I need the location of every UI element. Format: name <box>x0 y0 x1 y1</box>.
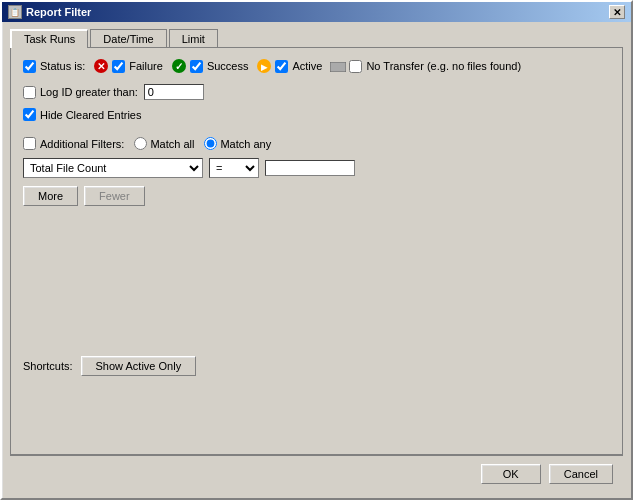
ok-button[interactable]: OK <box>481 464 541 484</box>
filter-field-select[interactable]: Total File Count File Size Duration Log … <box>23 158 203 178</box>
shortcuts-row: Shortcuts: Show Active Only <box>23 346 610 376</box>
failure-item: ✕ Failure <box>93 58 163 74</box>
failure-checkbox-label[interactable]: Failure <box>112 60 163 73</box>
match-any-radio[interactable] <box>204 137 217 150</box>
logid-row: Log ID greater than: <box>23 84 610 100</box>
success-item: ✓ Success <box>171 58 249 74</box>
additional-filters-row: Additional Filters: Match all Match any <box>23 137 610 150</box>
tab-content: Status is: ✕ Failure ✓ <box>10 47 623 455</box>
success-label: Success <box>207 60 249 72</box>
active-label: Active <box>292 60 322 72</box>
svg-rect-6 <box>330 62 346 72</box>
filter-operator-select[interactable]: = != > < >= <= <box>209 158 259 178</box>
notransfer-checkbox-label[interactable]: No Transfer (e.g. no files found) <box>349 60 521 73</box>
close-button[interactable]: ✕ <box>609 5 625 19</box>
more-fewer-row: More Fewer <box>23 186 610 206</box>
logid-checkbox[interactable] <box>23 86 36 99</box>
more-button[interactable]: More <box>23 186 78 206</box>
title-bar-text: 📋 Report Filter <box>8 5 91 19</box>
status-is-label: Status is: <box>40 60 85 72</box>
success-checkbox[interactable] <box>190 60 203 73</box>
status-is-checkbox-label[interactable]: Status is: <box>23 60 85 73</box>
report-filter-window: 📋 Report Filter ✕ Task Runs Date/Time Li… <box>0 0 633 500</box>
active-checkbox[interactable] <box>275 60 288 73</box>
match-all-label: Match all <box>150 138 194 150</box>
notransfer-icon <box>330 62 346 72</box>
match-any-radio-label[interactable]: Match any <box>204 137 271 150</box>
match-all-radio[interactable] <box>134 137 147 150</box>
notransfer-checkbox[interactable] <box>349 60 362 73</box>
tab-datetime[interactable]: Date/Time <box>90 29 166 48</box>
additional-filters-label: Additional Filters: <box>40 138 124 150</box>
hide-cleared-label: Hide Cleared Entries <box>40 109 142 121</box>
tab-task-runs[interactable]: Task Runs <box>10 29 88 48</box>
active-icon: ▶ <box>256 58 272 74</box>
window-body: Task Runs Date/Time Limit Status is: ✕ <box>2 22 631 498</box>
title-bar: 📋 Report Filter ✕ <box>2 2 631 22</box>
logid-input[interactable] <box>144 84 204 100</box>
match-all-radio-label[interactable]: Match all <box>134 137 194 150</box>
window-title: Report Filter <box>26 6 91 18</box>
shortcuts-label: Shortcuts: <box>23 360 73 372</box>
status-is-checkbox[interactable] <box>23 60 36 73</box>
additional-filters-checkbox[interactable] <box>23 137 36 150</box>
failure-label: Failure <box>129 60 163 72</box>
svg-text:▶: ▶ <box>261 63 268 72</box>
filter-row: Total File Count File Size Duration Log … <box>23 158 610 178</box>
active-checkbox-label[interactable]: Active <box>275 60 322 73</box>
match-any-label: Match any <box>220 138 271 150</box>
cancel-button[interactable]: Cancel <box>549 464 613 484</box>
failure-checkbox[interactable] <box>112 60 125 73</box>
bottom-bar: OK Cancel <box>10 455 623 492</box>
active-item: ▶ Active <box>256 58 322 74</box>
additional-filters-checkbox-label[interactable]: Additional Filters: <box>23 137 124 150</box>
filter-value-input[interactable] <box>265 160 355 176</box>
notransfer-label: No Transfer (e.g. no files found) <box>366 60 521 72</box>
notransfer-item: No Transfer (e.g. no files found) <box>330 60 521 73</box>
logid-checkbox-label[interactable]: Log ID greater than: <box>23 86 138 99</box>
hide-cleared-checkbox[interactable] <box>23 108 36 121</box>
svg-text:✕: ✕ <box>97 61 105 72</box>
failure-icon: ✕ <box>93 58 109 74</box>
hide-cleared-row: Hide Cleared Entries <box>23 108 610 121</box>
window-icon: 📋 <box>8 5 22 19</box>
tab-limit[interactable]: Limit <box>169 29 218 48</box>
fewer-button[interactable]: Fewer <box>84 186 145 206</box>
svg-text:✓: ✓ <box>175 61 183 72</box>
tab-bar: Task Runs Date/Time Limit <box>10 28 623 47</box>
status-row: Status is: ✕ Failure ✓ <box>23 58 610 74</box>
hide-cleared-checkbox-label[interactable]: Hide Cleared Entries <box>23 108 142 121</box>
show-active-only-button[interactable]: Show Active Only <box>81 356 197 376</box>
success-icon: ✓ <box>171 58 187 74</box>
logid-label: Log ID greater than: <box>40 86 138 98</box>
success-checkbox-label[interactable]: Success <box>190 60 249 73</box>
